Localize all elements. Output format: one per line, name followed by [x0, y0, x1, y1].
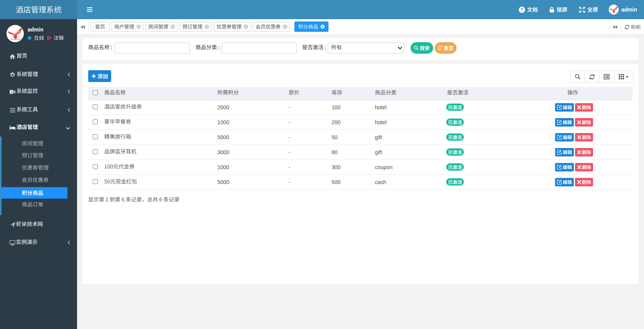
svg-text:?: ?	[521, 7, 523, 12]
